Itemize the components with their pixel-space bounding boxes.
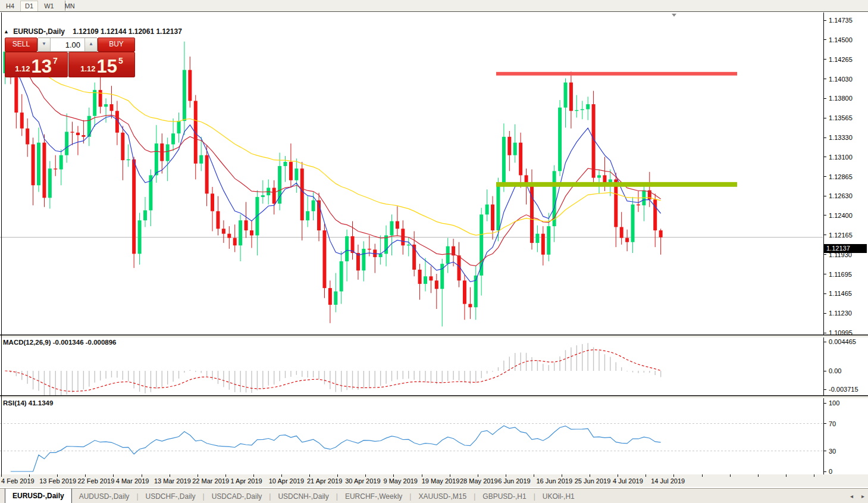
date-tick xyxy=(57,474,58,477)
date-axis-label: 4 Jul 2019 xyxy=(613,477,643,485)
candle xyxy=(581,109,584,110)
date-tick xyxy=(337,474,338,477)
candle xyxy=(183,70,186,121)
date-tick xyxy=(198,474,198,477)
rsi-tick xyxy=(824,403,826,404)
tab-usdcnh-daily[interactable]: USDCNH-,Daily xyxy=(271,489,336,503)
timeframe-button-h4[interactable]: H4 xyxy=(1,1,19,12)
sell-button[interactable]: SELL xyxy=(5,38,37,52)
candle xyxy=(625,238,629,242)
price-tick xyxy=(824,176,826,177)
medium-ma-line xyxy=(5,52,661,266)
buy-price-big: 15 xyxy=(97,58,117,75)
chart-tab-bar: EURUSD-,DailyAUDUSD-,Daily|USDCHF-,Daily… xyxy=(0,488,868,503)
candle xyxy=(586,104,590,109)
price-axis-label: 1.11695 xyxy=(829,270,852,279)
candle xyxy=(71,132,74,132)
chart-ohlc-values: 1.12109 1.12144 1.12061 1.12137 xyxy=(73,27,182,36)
tab-eurchf-weekly[interactable]: EURCHF-,Weekly xyxy=(338,489,409,503)
one-click-trading-panel: SELL ▼ ▲ BUY 1.12 13 7 1.12 15 5 xyxy=(5,38,134,74)
candle xyxy=(59,155,63,170)
date-tick xyxy=(142,474,142,477)
buy-price-prefix: 1.12 xyxy=(80,64,95,73)
candle xyxy=(143,210,147,220)
buy-button[interactable]: BUY xyxy=(98,38,135,52)
tab-usdchf-daily[interactable]: USDCHF-,Daily xyxy=(139,489,203,503)
candle xyxy=(429,276,433,280)
rsi-axis-label: 100 xyxy=(829,399,839,407)
candle xyxy=(390,221,393,236)
timeframe-toolbar: H4D1W1MN xyxy=(0,0,868,11)
date-axis-label: 21 Apr 2019 xyxy=(307,477,342,485)
date-tick xyxy=(645,474,646,477)
tab-scroll-right-icon[interactable]: ▸ xyxy=(861,493,864,499)
date-axis-label: 1 Apr 2019 xyxy=(231,477,262,485)
price-tick xyxy=(824,20,826,21)
price-axis-label: 1.12400 xyxy=(829,211,853,220)
buy-price-pip: 5 xyxy=(118,56,123,65)
date-tick xyxy=(786,474,786,477)
candle xyxy=(491,205,494,231)
sell-price-pip: 7 xyxy=(53,56,58,65)
plot-left-border xyxy=(1,13,2,475)
candle xyxy=(272,188,276,204)
volume-increase-icon[interactable]: ▲ xyxy=(84,38,97,51)
volume-decrease-icon[interactable]: ▼ xyxy=(38,38,51,51)
rsi-canvas[interactable] xyxy=(0,398,823,475)
candle xyxy=(127,160,130,160)
rsi-tick xyxy=(824,471,826,472)
tab-ukoil-h1[interactable]: UKOil-,H1 xyxy=(535,489,582,503)
price-axis: 1.147351.145001.142651.140301.138001.135… xyxy=(823,13,868,335)
candle xyxy=(558,108,562,171)
candle xyxy=(340,261,343,292)
tab-gbpusd-h1[interactable]: GBPUSD-,H1 xyxy=(475,489,533,503)
timeframe-button-w1[interactable]: W1 xyxy=(39,1,59,12)
price-tick xyxy=(824,313,826,314)
date-tick xyxy=(253,474,254,477)
candle xyxy=(82,135,85,137)
candle xyxy=(37,143,40,186)
buy-price-panel[interactable]: 1.12 15 5 xyxy=(68,52,135,77)
macd-axis-label: 0.004465 xyxy=(829,338,856,346)
tab-usdcad-daily[interactable]: USDCAD-,Daily xyxy=(205,489,270,503)
candle xyxy=(407,245,411,245)
candle xyxy=(194,101,198,163)
volume-input[interactable] xyxy=(51,38,84,51)
date-tick xyxy=(309,474,310,477)
candle xyxy=(446,246,450,264)
candle xyxy=(312,201,315,211)
tab-eurusd-daily[interactable]: EURUSD-,Daily xyxy=(5,489,72,503)
price-tick xyxy=(824,254,826,255)
price-axis-label: 1.13800 xyxy=(829,94,853,102)
date-axis-label: 6 Jun 2019 xyxy=(498,477,530,485)
date-axis-label: 30 Apr 2019 xyxy=(345,477,380,485)
sell-price-big: 13 xyxy=(32,58,52,75)
candle xyxy=(435,280,438,289)
tab-audusd-daily[interactable]: AUDUSD-,Daily xyxy=(72,489,137,503)
date-axis-label: 13 Mar 2019 xyxy=(154,477,191,485)
macd-axis: 0.0044650.00-0.003715 xyxy=(823,338,868,395)
symbol-marker-icon: ▲ xyxy=(4,29,9,35)
candle xyxy=(216,211,220,229)
candle xyxy=(418,270,422,284)
price-tick xyxy=(824,333,826,333)
candle xyxy=(65,132,68,155)
candle xyxy=(239,220,242,245)
price-tick xyxy=(824,293,826,294)
date-axis-label: 22 Feb 2019 xyxy=(78,477,115,485)
macd-canvas[interactable] xyxy=(0,338,823,395)
date-tick xyxy=(450,474,450,477)
rsi-axis: 10070300 xyxy=(823,398,868,475)
tab-xauusd-m15[interactable]: XAUUSD-,M15 xyxy=(411,489,474,503)
timeframe-button-mn[interactable]: MN xyxy=(60,1,80,12)
date-tick xyxy=(29,474,30,477)
candle xyxy=(535,234,539,243)
candle xyxy=(362,249,365,270)
candle xyxy=(620,227,623,238)
timeframe-button-d1[interactable]: D1 xyxy=(20,1,38,12)
price-tick xyxy=(824,79,826,79)
macd-label: MACD(12,26,9) -0.001346 -0.000896 xyxy=(3,339,117,346)
sell-price-panel[interactable]: 1.12 13 7 xyxy=(5,52,68,77)
tab-scroll-left-icon[interactable]: ◂ xyxy=(850,493,853,499)
date-tick xyxy=(730,474,731,477)
